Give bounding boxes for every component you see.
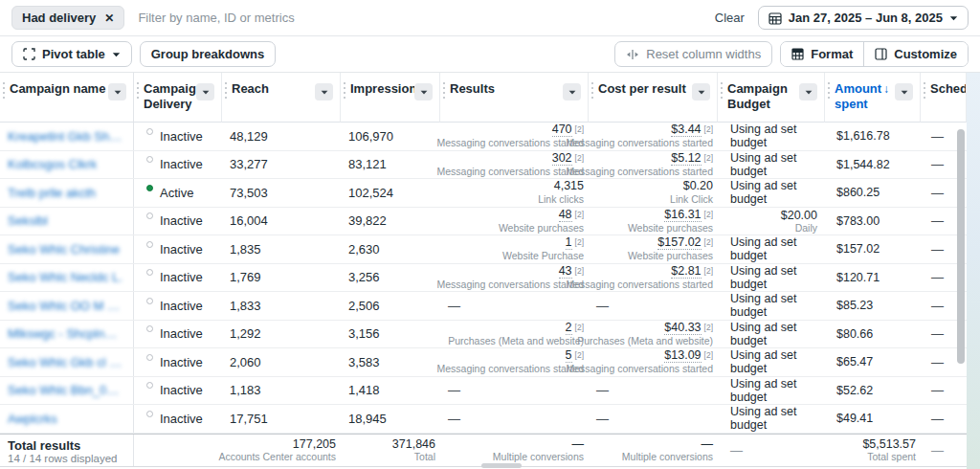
table-row: Seko Whlc Bbn_04_grlsInactive1,1831,418—… [0,377,967,406]
results-cell: — [440,292,589,320]
table-footer-row: Total results14 / 14 rows displayed177,2… [0,434,967,467]
campaign-name-link[interactable]: Trelb prlle akcth [8,186,96,200]
footer-reach-total: 177,205Accounts Center accounts [222,435,341,466]
table-body: Kreapetlnt Gkb Sho...Inactive48,129106,9… [0,123,967,434]
campaign-name-link[interactable]: Sekslbl [8,213,48,228]
results-cell: — [440,405,589,433]
column-menu-chevron-icon[interactable] [108,83,126,100]
column-drag-handle[interactable] [344,82,345,101]
metric-number: $16.31 [664,208,701,222]
results-cell: 48[2]Website purchases [440,208,589,235]
campaign-name-link[interactable]: Kolbcsgos Clkrk [8,157,97,171]
amount-spent-value: $1,616.78 [825,123,921,150]
column-menu-chevron-icon[interactable] [895,83,913,100]
column-header-impressions[interactable]: Impressions [341,73,440,123]
vertical-scrollbar[interactable] [957,129,965,364]
horizontal-scrollbar[interactable] [481,463,522,468]
ads-manager-app: Had delivery ✕ Clear Jan 27, 2025 – Jun … [0,0,980,469]
pivot-table-button[interactable]: Pivot table [11,41,132,67]
status-dot [146,269,153,276]
campaign-name-link[interactable]: Seko Whlc Christine [8,242,120,257]
table-row: Kolbcsgos ClkrkInactive33,27783,121302[2… [0,151,967,180]
column-drag-handle[interactable] [591,82,593,101]
search-input[interactable] [138,11,701,25]
metric-number: 302 [552,151,572,166]
campaign-name-link[interactable]: Kreapetlnt Gkb Sho... [8,129,123,144]
status-dot [146,382,153,389]
metric-number: $13.09 [664,348,701,363]
cost-per-result-cell: $2.81[2]Messaging conversations started [589,264,718,292]
filter-chip-had-delivery[interactable]: Had delivery ✕ [11,6,124,30]
table-row: Seko Whlc Necldc L.Inactive1,7693,25643[… [0,264,967,293]
column-header-cost-per-result[interactable]: Cost per result [589,73,718,123]
campaign-name-link[interactable]: Awplcrks [8,412,57,426]
footnote-ref: [2] [575,153,584,163]
cost-per-result-cell: — [589,377,718,405]
amount-spent-value: $49.41 [825,405,921,433]
footer-reach-total-label: Accounts Center accounts [218,451,336,462]
cost-per-result-cell: $40.33[2]Purchases (Meta and website) [589,321,718,348]
metric-number: 5 [566,348,572,363]
pivot-table-label: Pivot table [42,47,105,61]
cost-per-result-cell-label: Messaging conversations started [567,166,714,177]
column-menu-chevron-icon[interactable] [315,83,333,100]
campaign-name-link[interactable]: Seko Whlc Necldc L. [8,270,122,284]
results-cell-label: Messaging conversations started [437,166,585,177]
customize-button[interactable]: Customize [863,42,968,66]
column-header-campaign-delivery[interactable]: Campaign Delivery [134,73,222,123]
delivery-status-label: Inactive [160,355,203,369]
reset-column-widths-label: Reset column widths [646,47,761,61]
column-drag-handle[interactable] [225,82,227,101]
campaign-name-link[interactable]: Seko Whlc Bbn_04_grls [8,383,123,397]
table-header-row: Campaign nameCampaign DeliveryReachImpre… [0,73,967,123]
campaign-name-cell: Mlkswgc - Shcplng ca... [0,321,134,348]
column-drag-handle[interactable] [443,82,445,101]
format-button[interactable]: Format [781,42,863,66]
status-dot [146,212,153,219]
column-menu-chevron-icon[interactable] [563,83,581,100]
column-menu-chevron-icon[interactable] [799,83,817,100]
campaign-name-link[interactable]: Mlkswgc - Shcplng ca... [8,326,123,341]
results-cell-value: 43[2] [559,265,584,278]
campaign-name-link[interactable]: Seko Whlc OO M Glen [8,299,123,313]
column-header-results[interactable]: Results [440,73,589,123]
column-header-label: Campaign Delivery [144,81,194,113]
delivery-status-cell: Inactive [134,321,222,348]
column-drag-handle[interactable] [828,82,830,101]
column-header-label: Cost per result [598,81,690,97]
cost-per-result-cell: $5.12[2]Messaging conversations started [589,151,718,179]
customize-label: Customize [894,47,957,61]
footer-amount-spent-total: $5,513.57Total spent [825,435,921,466]
column-header-amount-spent[interactable]: Amount spent↓ [825,73,921,123]
reach-value: 48,129 [222,123,341,150]
cost-per-result-cell: $13.09[2]Messaging conversations started [589,348,718,376]
reset-column-widths-button[interactable]: Reset column widths [614,41,772,67]
column-header-campaign-name[interactable]: Campaign name [0,73,134,123]
impressions-value: 3,156 [341,321,440,348]
amount-spent-value: $85.23 [825,292,921,320]
status-dot [146,185,153,191]
table-row: AwplcrksInactive17,75118,945——Using ad s… [0,405,967,434]
column-menu-chevron-icon[interactable] [196,83,214,100]
format-table-icon [791,48,804,60]
column-drag-handle[interactable] [137,82,139,101]
column-drag-handle[interactable] [924,82,925,101]
budget-type-label: Daily [795,222,817,234]
delivery-status-cell: Active [134,179,222,207]
column-header-reach[interactable]: Reach [222,73,341,123]
column-drag-handle[interactable] [721,82,723,101]
column-menu-chevron-icon[interactable] [692,83,710,100]
campaign-name-link[interactable]: Seko Whlc Gkb cl Bus... [8,355,123,369]
date-range-button[interactable]: Jan 27, 2025 – Jun 8, 2025 [758,6,969,30]
column-header-sched[interactable]: Sched [921,73,967,123]
campaigns-table: Campaign nameCampaign DeliveryReachImpre… [0,73,967,467]
clear-button[interactable]: Clear [715,11,745,25]
group-breakdowns-button[interactable]: Group breakdowns [140,41,276,67]
campaign-name-cell: Seko Whlc OO M Glen [0,292,134,320]
column-drag-handle[interactable] [3,82,5,101]
close-icon[interactable]: ✕ [104,12,114,24]
cost-per-result-cell: — [589,292,718,320]
column-menu-chevron-icon[interactable] [414,83,433,100]
column-header-campaign-budget[interactable]: Campaign Budget [718,73,825,123]
amount-spent-value: $80.66 [825,321,921,348]
